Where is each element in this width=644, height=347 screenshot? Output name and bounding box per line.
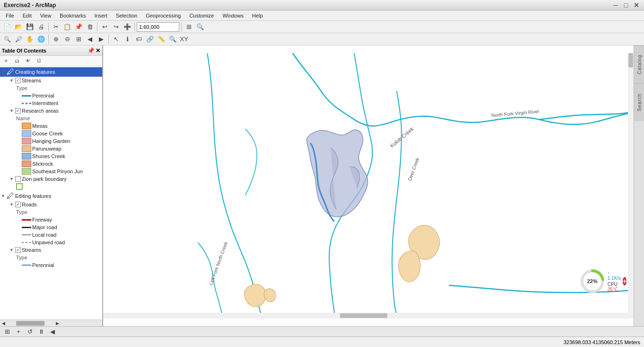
toc-pin-button[interactable]: 📌 xyxy=(88,47,95,54)
close-button[interactable]: ✕ xyxy=(633,1,640,9)
toc-by-visibility[interactable]: 👁 xyxy=(23,56,33,66)
add-data-button[interactable]: ➕ xyxy=(122,22,132,32)
creating-features-header[interactable]: ▼ 🖊 Creating features xyxy=(0,67,102,77)
undo-button[interactable]: ↩ xyxy=(99,22,110,32)
cf-expand-arrow: ▼ xyxy=(1,70,6,74)
se-pinyon-item: Southeast Pinyon Jun xyxy=(0,168,102,175)
new-button[interactable]: 📄 xyxy=(2,22,12,32)
toc-by-selection[interactable]: ☑ xyxy=(34,56,44,66)
toc-title: Table Of Contents xyxy=(2,48,46,53)
menu-item-bookmarks[interactable]: Bookmarks xyxy=(56,12,89,19)
measure-tool[interactable]: 📏 xyxy=(156,34,167,44)
paste-button[interactable]: 📌 xyxy=(73,22,84,32)
hscroll-thumb[interactable] xyxy=(16,321,44,326)
streams-group2-item: ▼ Streams xyxy=(0,246,102,254)
streams-checkbox[interactable] xyxy=(15,78,21,83)
full-extent-button[interactable]: ⊞ xyxy=(184,22,194,32)
maximize-button[interactable]: □ xyxy=(622,1,630,9)
menu-item-customize[interactable]: Customize xyxy=(185,12,218,19)
map-refresh[interactable]: ↺ xyxy=(25,327,35,337)
fixed-zoom-in[interactable]: ⊕ xyxy=(51,34,61,44)
search-tab[interactable]: Search xyxy=(634,83,644,121)
unpaved-road-item: Unpaved road xyxy=(0,239,102,246)
se-pinyon-label: Southeast Pinyon Jun xyxy=(32,169,83,174)
freeway-swatch xyxy=(22,216,31,223)
hscroll-left[interactable]: ◀ xyxy=(0,318,7,327)
perennial2-line xyxy=(22,265,31,266)
toc-list-btn[interactable]: ≡ xyxy=(1,56,11,66)
redo-button[interactable]: ↪ xyxy=(111,22,121,32)
zion-checkbox[interactable] xyxy=(15,176,21,182)
editing-features-header[interactable]: ▼ 🖊 Editing features xyxy=(0,191,102,201)
hanging-garden-item: Hanging Garden xyxy=(0,137,102,145)
catalog-tab[interactable]: Catalog xyxy=(634,45,644,83)
zoom-in-tool[interactable]: 🔍 xyxy=(2,34,12,44)
print-button[interactable]: 🖨 xyxy=(36,22,46,32)
research-areas-label: Research areas xyxy=(22,108,59,114)
menu-item-geoprocessing[interactable]: Geoprocessing xyxy=(142,12,185,19)
unpaved-road-swatch xyxy=(22,239,31,246)
zoom-out-tool[interactable]: 🔎 xyxy=(13,34,24,44)
map-new-frame[interactable]: ⊞ xyxy=(2,327,12,337)
minimize-button[interactable]: ─ xyxy=(612,1,619,9)
creating-features-label: Creating features xyxy=(15,69,55,75)
menu-item-windows[interactable]: Windows xyxy=(219,12,247,19)
globe-button[interactable]: 🌐 xyxy=(36,34,46,44)
menu-item-insert[interactable]: Insert xyxy=(90,12,111,19)
menu-item-view[interactable]: View xyxy=(36,12,55,19)
research-areas-item: ▼ Research areas xyxy=(0,107,102,115)
info-tool[interactable]: ℹ xyxy=(122,34,132,44)
menu-item-file[interactable]: File xyxy=(2,12,18,19)
cf-icon: 🖊 xyxy=(7,68,14,76)
delete-button[interactable]: 🗑 xyxy=(85,22,95,32)
parunuweap-label: Parunuweap xyxy=(32,146,62,151)
parunuweap-item: Parunuweap xyxy=(0,145,102,152)
label-tool[interactable]: 🏷 xyxy=(133,34,144,44)
pan-tool[interactable]: ✋ xyxy=(25,34,35,44)
mesas-swatch xyxy=(22,123,31,129)
streams2-checkbox[interactable] xyxy=(15,247,21,253)
back-extent[interactable]: ◀ xyxy=(85,34,95,44)
menu-item-selection[interactable]: Selection xyxy=(112,12,141,19)
freeway-line xyxy=(22,219,31,221)
map-pause[interactable]: ⏸ xyxy=(36,327,46,337)
map-area[interactable]: Kolob Creek North Fork Virgin River Deer… xyxy=(103,45,634,326)
fwd-extent[interactable]: ▶ xyxy=(96,34,106,44)
map-svg[interactable]: Kolob Creek North Fork Virgin River Deer… xyxy=(103,45,634,326)
toc-close-button[interactable]: ✕ xyxy=(96,47,100,54)
ra-checkbox[interactable] xyxy=(15,108,21,114)
slickrock-swatch xyxy=(22,160,31,167)
right-panel: Catalog Search xyxy=(634,45,644,326)
menu-item-help[interactable]: Help xyxy=(248,12,267,19)
group-editing-features: ▼ 🖊 Editing features ▼ Roads Type xyxy=(0,191,102,269)
toc-toolbar: ≡ 🗂 👁 ☑ xyxy=(0,56,102,66)
perf-plus-button[interactable]: + xyxy=(623,277,626,285)
save-button[interactable]: 💾 xyxy=(25,22,35,32)
map-back[interactable]: ◀ xyxy=(47,327,58,337)
roads-checkbox[interactable] xyxy=(15,202,21,207)
sep2 xyxy=(97,22,97,32)
toc-header: Table Of Contents 📌 ✕ xyxy=(0,45,102,56)
map-zoom-in[interactable]: + xyxy=(13,327,24,337)
copy-button[interactable]: 📋 xyxy=(62,22,72,32)
toc-hscroll[interactable]: ◀ ▶ xyxy=(0,320,102,326)
open-button[interactable]: 📂 xyxy=(13,22,24,32)
select-tool[interactable]: ↖ xyxy=(111,34,121,44)
fixed-zoom-out[interactable]: ⊖ xyxy=(62,34,72,44)
zoom-in-button[interactable]: 🔍 xyxy=(195,22,205,32)
streams-label: Streams xyxy=(22,78,41,83)
toc-by-source[interactable]: 🗂 xyxy=(12,56,22,66)
scale-input[interactable]: 1:60,000 xyxy=(137,22,179,32)
titlebar-controls: ─ □ ✕ xyxy=(612,1,640,9)
find-tool[interactable]: 🔍 xyxy=(168,34,178,44)
map-bottom-toolbar: ⊞ + ↺ ⏸ ◀ xyxy=(0,326,644,337)
hscroll-right[interactable]: ▶ xyxy=(54,318,61,327)
svg-rect-4 xyxy=(340,313,387,318)
menu-item-edit[interactable]: Edit xyxy=(19,12,35,19)
hyperlink-tool[interactable]: 🔗 xyxy=(145,34,155,44)
go-to-xy[interactable]: XY xyxy=(179,34,189,44)
ra-name-item: Name xyxy=(0,115,102,122)
perennial-label: Perennial xyxy=(32,93,54,98)
cut-button[interactable]: ✂ xyxy=(51,22,61,32)
full-extent2[interactable]: ⊞ xyxy=(73,34,84,44)
